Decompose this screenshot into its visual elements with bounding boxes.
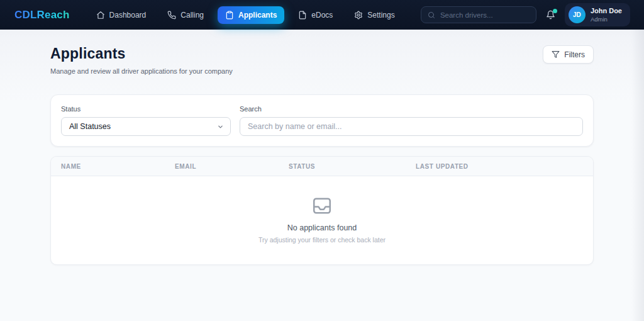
page-header: Applicants Manage and review all driver …: [50, 45, 594, 75]
nav-item-applicants[interactable]: Applicants: [218, 6, 284, 24]
page-subtitle: Manage and review all driver application…: [50, 67, 233, 75]
status-select[interactable]: All Statuses: [61, 117, 231, 136]
home-icon: [96, 11, 105, 20]
brand-logo-reach: Reach: [37, 9, 70, 21]
status-label: Status: [61, 105, 231, 113]
notifications-button[interactable]: [546, 10, 555, 20]
table-header-row: NAME EMAIL STATUS LAST UPDATED: [51, 157, 593, 176]
document-icon: [298, 11, 307, 20]
search-field: Search: [240, 105, 583, 136]
phone-icon: [167, 11, 176, 20]
nav-item-label: Settings: [367, 11, 394, 20]
nav-item-label: Dashboard: [109, 11, 147, 20]
notification-dot: [553, 9, 557, 13]
empty-state: No applicants found Try adjusting your f…: [51, 176, 593, 264]
user-name: John Doe: [591, 7, 622, 16]
user-profile-menu[interactable]: JD John Doe Admin: [565, 3, 630, 26]
avatar: JD: [569, 6, 586, 23]
clipboard-icon: [225, 11, 234, 20]
page-header-text: Applicants Manage and review all driver …: [50, 45, 233, 75]
inbox-icon: [311, 195, 333, 217]
status-select-value: All Statuses: [69, 122, 111, 131]
driver-search-box: [421, 6, 536, 23]
status-field: Status All Statuses: [61, 105, 231, 136]
filter-panel: Status All Statuses Search: [50, 94, 594, 147]
search-label: Search: [240, 105, 583, 113]
nav-item-dashboard[interactable]: Dashboard: [89, 6, 154, 24]
nav-item-label: Calling: [180, 11, 204, 20]
column-header-email: EMAIL: [175, 163, 289, 170]
navbar-right: JD John Doe Admin: [421, 3, 630, 26]
user-role: Admin: [591, 16, 622, 23]
filter-funnel-icon: [552, 50, 560, 59]
page-title: Applicants: [50, 45, 233, 62]
brand-logo-cdl: CDL: [14, 9, 37, 21]
nav-item-label: eDocs: [311, 11, 333, 20]
brand-logo[interactable]: CDLReach: [14, 9, 70, 21]
column-header-status: STATUS: [289, 163, 416, 170]
nav-item-label: Applicants: [238, 11, 277, 20]
empty-state-subtitle: Try adjusting your filters or check back…: [258, 236, 386, 244]
gear-icon: [354, 11, 363, 20]
search-icon: [428, 11, 435, 19]
column-header-last-updated: LAST UPDATED: [416, 163, 583, 170]
main-nav: Dashboard Calling Applicants eDocs Setti…: [89, 6, 402, 24]
driver-search-input[interactable]: [440, 11, 530, 19]
nav-item-settings[interactable]: Settings: [347, 6, 402, 24]
top-navbar: CDLReach Dashboard Calling Applicants eD…: [0, 0, 644, 30]
filters-button[interactable]: Filters: [543, 45, 594, 64]
applicant-search-input[interactable]: [240, 117, 583, 136]
applicants-table: NAME EMAIL STATUS LAST UPDATED No applic…: [50, 156, 594, 265]
main-content: Applicants Manage and review all driver …: [0, 30, 644, 265]
user-meta: John Doe Admin: [591, 7, 622, 23]
filters-button-label: Filters: [564, 50, 585, 59]
chevron-down-icon: [217, 123, 224, 130]
column-header-name: NAME: [61, 163, 175, 170]
nav-item-calling[interactable]: Calling: [160, 6, 211, 24]
nav-item-edocs[interactable]: eDocs: [291, 6, 340, 24]
empty-state-title: No applicants found: [287, 223, 357, 232]
